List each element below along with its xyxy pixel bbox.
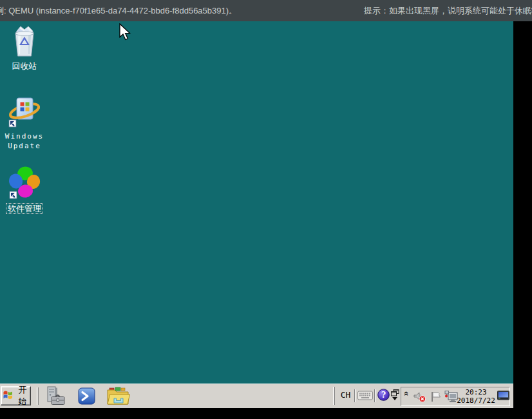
vm-desktop[interactable]: 回收站 [0,21,513,408]
mouse-cursor [119,23,133,45]
quick-launch-grip[interactable] [37,387,39,405]
taskbar: 开始 [0,384,513,408]
keyboard-layout-icon[interactable] [357,391,373,403]
language-bar-options-caret[interactable] [392,397,397,403]
tray-time: 20:23 [455,388,497,396]
software-manager-label: 软件管理 [6,203,43,214]
windows-flag-icon [3,390,14,402]
windows-update-label-line2: Update [8,142,41,150]
qemu-hint-text: 提示：如果出现黑屏，说明系统可能处于休眠状 [364,5,532,17]
qemu-vnc-screen: 例: QEMU (instance-f70f1e65-da74-4472-bbd… [0,0,532,419]
software-manager-icon [8,166,41,202]
start-button[interactable]: 开始 [1,386,31,405]
desktop-icon-software-manager[interactable]: 软件管理 [0,166,49,214]
language-bar-separator [374,389,375,402]
language-bar-separator [354,389,356,402]
help-icon[interactable]: ? [377,389,390,404]
recycle-bin-icon [10,25,39,60]
language-indicator[interactable]: CH [337,390,354,400]
recycle-bin-label: 回收站 [12,61,37,71]
server-manager-icon[interactable] [44,386,66,409]
qemu-window-title: 例: QEMU (instance-f70f1e65-da74-4472-bbd… [0,5,237,17]
windows-update-label-line1: Windows [5,132,44,141]
flag-tray-icon[interactable] [430,391,442,405]
svg-text:?: ? [381,391,386,400]
desktop-icon-windows-update[interactable]: Windows Update [0,93,49,150]
windows-update-icon [8,93,41,131]
powershell-icon[interactable] [78,387,95,407]
volume-muted-icon[interactable] [413,391,426,405]
system-tray: « [401,387,510,406]
display-tray-icon[interactable] [497,391,509,404]
tray-date: 2018/7/22 [455,396,497,405]
tray-clock[interactable]: 20:23 2018/7/22 [455,388,497,405]
desktop-icon-recycle-bin[interactable]: 回收站 [0,25,49,71]
tray-collapse-chevron-icon[interactable]: « [402,391,412,400]
start-button-label: 开始 [15,384,30,407]
explorer-folder-icon[interactable] [106,387,130,408]
qemu-window-titlebar: 例: QEMU (instance-f70f1e65-da74-4472-bbd… [0,0,532,21]
language-bar-grip[interactable] [333,387,335,405]
